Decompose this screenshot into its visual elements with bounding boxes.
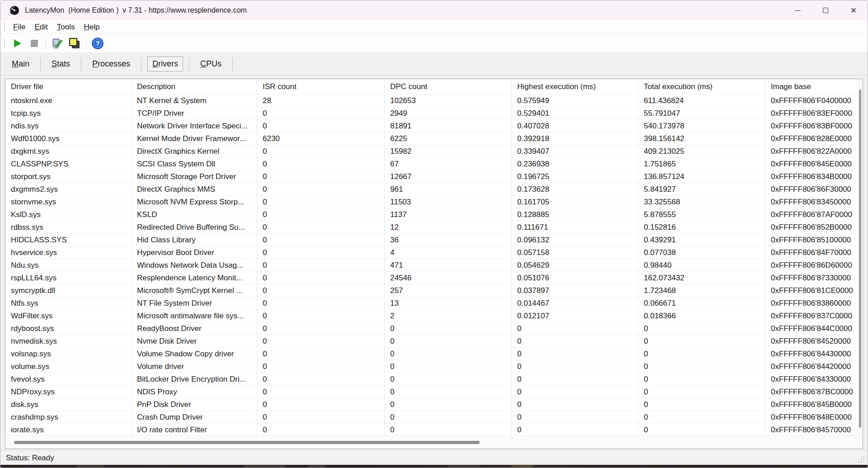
resize-grip-icon[interactable] <box>858 456 865 463</box>
table-row[interactable]: storport.sysMicrosoft Storage Port Drive… <box>5 170 863 183</box>
table-row[interactable]: rspLLL64.sysResplendence Latency Monit..… <box>5 271 863 284</box>
tab-main[interactable]: Main <box>7 57 34 71</box>
table-row[interactable]: ntoskrnl.exeNT Kernel & System281026530.… <box>5 94 863 107</box>
close-icon: ✕ <box>850 7 857 14</box>
table-cell: 162.073432 <box>638 271 765 284</box>
table-cell: Resplendence Latency Monit... <box>132 271 257 284</box>
table-cell: 0xFFFFF806'86D60000 <box>765 259 863 271</box>
menu-item-file[interactable]: File <box>9 21 30 33</box>
table-cell: 0 <box>257 119 385 132</box>
column-header[interactable]: Driver file <box>5 79 132 94</box>
table-cell: 0xFFFFF806'844C0000 <box>765 322 863 335</box>
table-cell: 0.173628 <box>512 183 638 195</box>
table-row[interactable]: rdbss.sysRedirected Drive Buffering Su..… <box>5 221 863 233</box>
table-cell: Microsoft antimalware file sys... <box>132 309 257 322</box>
edit-report-button[interactable] <box>49 36 66 51</box>
table-row[interactable]: iorate.sysI/O rate control Filter00000xF… <box>5 423 863 436</box>
table-cell: 0 <box>257 259 385 271</box>
table-row[interactable]: CLASSPNP.SYSSCSI Class System Dll0670.23… <box>5 157 863 170</box>
toolbar-separator <box>86 37 86 50</box>
table-row[interactable]: Wdf01000.sysKernel Mode Driver Framewor.… <box>5 132 863 145</box>
tab-cpus[interactable]: CPUs <box>195 57 226 71</box>
table-cell: 0xFFFFF806'848E0000 <box>765 411 863 423</box>
table-cell: 0.98440 <box>638 259 765 271</box>
column-header[interactable]: Highest execution (ms) <box>512 79 638 94</box>
column-header[interactable]: Total execution (ms) <box>638 79 765 94</box>
table-cell: Volume driver <box>132 360 257 373</box>
tab-processes[interactable]: Processes <box>87 57 135 71</box>
table-cell: 0.439291 <box>638 233 765 246</box>
table-cell: 0 <box>257 246 385 259</box>
table-cell: KSLD <box>132 208 257 221</box>
table-cell: 0 <box>257 284 385 297</box>
menu-item-tools[interactable]: Tools <box>52 21 80 33</box>
table-row[interactable]: NDProxy.sysNDIS Proxy00000xFFFFF806'87BC… <box>5 385 863 398</box>
table-cell: 0 <box>257 170 385 183</box>
tab-stats[interactable]: Stats <box>47 57 75 71</box>
table-cell: 13 <box>385 297 512 309</box>
table-row[interactable]: tcpip.sysTCP/IP Driver029490.52940155.79… <box>5 107 863 119</box>
menu-item-edit[interactable]: Edit <box>30 21 52 33</box>
table-row[interactable]: nvmedisk.sysNvme Disk Driver00000xFFFFF8… <box>5 335 863 347</box>
column-header[interactable]: DPC count <box>385 79 512 94</box>
stop-monitor-button[interactable] <box>26 36 43 51</box>
table-cell: 0xFFFFF806'87330000 <box>765 271 863 284</box>
table-cell: 0.037897 <box>512 284 638 297</box>
copy-icon <box>68 37 81 50</box>
table-row[interactable]: stornvme.sysMicrosoft NVM Express Storp.… <box>5 195 863 208</box>
table-row[interactable]: fvevol.sysBitLocker Drive Encryption Dri… <box>5 373 863 385</box>
table-row[interactable]: Ndu.sysWindows Network Data Usag...04710… <box>5 259 863 271</box>
help-button[interactable]: ? <box>89 36 106 51</box>
close-button[interactable]: ✕ <box>840 0 868 20</box>
table-row[interactable]: disk.sysPnP Disk Driver00000xFFFFF806'84… <box>5 398 863 411</box>
table-cell: 0 <box>512 373 638 385</box>
table-row[interactable]: hvservice.sysHypervisor Boot Driver040.0… <box>5 246 863 259</box>
column-header[interactable]: Image base <box>765 79 863 94</box>
table-cell: 0 <box>638 335 765 347</box>
table-cell: 0 <box>512 423 638 436</box>
table-cell: 0xFFFFF806'83BF0000 <box>765 119 863 132</box>
table-row[interactable]: crashdmp.sysCrash Dump Driver00000xFFFFF… <box>5 411 863 423</box>
table-row[interactable]: dxgmms2.sysDirectX Graphics MMS09610.173… <box>5 183 863 195</box>
vertical-scrollbar[interactable] <box>858 80 862 435</box>
table-row[interactable]: symcryptk.dllMicrosoft® SymCrypt Kernel … <box>5 284 863 297</box>
tab-strip: MainStatsProcessesDriversCPUs <box>0 53 868 76</box>
horizontal-scrollbar-thumb[interactable] <box>14 441 480 444</box>
copy-screenshot-button[interactable] <box>66 36 83 51</box>
horizontal-scrollbar[interactable] <box>6 435 862 449</box>
table-row[interactable]: WdFilter.sysMicrosoft antimalware file s… <box>5 309 863 322</box>
table-row[interactable]: Ntfs.sysNT File System Driver0130.014467… <box>5 297 863 309</box>
table-row[interactable]: volume.sysVolume driver00000xFFFFF806'84… <box>5 360 863 373</box>
start-monitor-button[interactable] <box>9 36 26 51</box>
app-icon <box>9 5 19 15</box>
table-row[interactable]: rdyboost.sysReadyBoost Driver00000xFFFFF… <box>5 322 863 335</box>
table-cell: 0.054629 <box>512 259 638 271</box>
maximize-button[interactable] <box>811 0 840 20</box>
toolbar-gripper <box>4 39 6 48</box>
table-cell: DirectX Graphics Kernel <box>132 145 257 157</box>
table-cell: 0 <box>385 347 512 360</box>
column-header[interactable]: Description <box>132 79 257 94</box>
table-cell: 0xFFFFF806'822A0000 <box>765 145 863 157</box>
table-cell: 0xFFFFF806'87AF0000 <box>765 208 863 221</box>
table-cell: 0.392918 <box>512 132 638 145</box>
menu-gripper <box>4 23 6 32</box>
table-row[interactable]: volsnap.sysVolume Shadow Copy driver0000… <box>5 347 863 360</box>
table-cell: Redirected Drive Buffering Su... <box>132 221 257 233</box>
table-cell: 0 <box>257 195 385 208</box>
minimize-button[interactable] <box>783 0 811 20</box>
table-cell: 0.066671 <box>638 297 765 309</box>
table-row[interactable]: dxgkrnl.sysDirectX Graphics Kernel015982… <box>5 145 863 157</box>
table-cell: 0 <box>638 360 765 373</box>
table-cell: 0 <box>385 398 512 411</box>
tab-drivers[interactable]: Drivers <box>147 57 183 71</box>
table-row[interactable]: KslD.sysKSLD011370.1288855.8785550xFFFFF… <box>5 208 863 221</box>
menu-item-help[interactable]: Help <box>79 21 104 33</box>
vertical-scrollbar-thumb[interactable] <box>859 90 861 428</box>
table-cell: 0xFFFFF806'84F70000 <box>765 246 863 259</box>
table-row[interactable]: ndis.sysNetwork Driver Interface Speci..… <box>5 119 863 132</box>
table-cell: 0xFFFFF806'845B0000 <box>765 398 863 411</box>
table-row[interactable]: HIDCLASS.SYSHid Class Library0360.096132… <box>5 233 863 246</box>
table-cell: 0xFFFFF806'84520000 <box>765 335 863 347</box>
column-header[interactable]: ISR count <box>257 79 385 94</box>
